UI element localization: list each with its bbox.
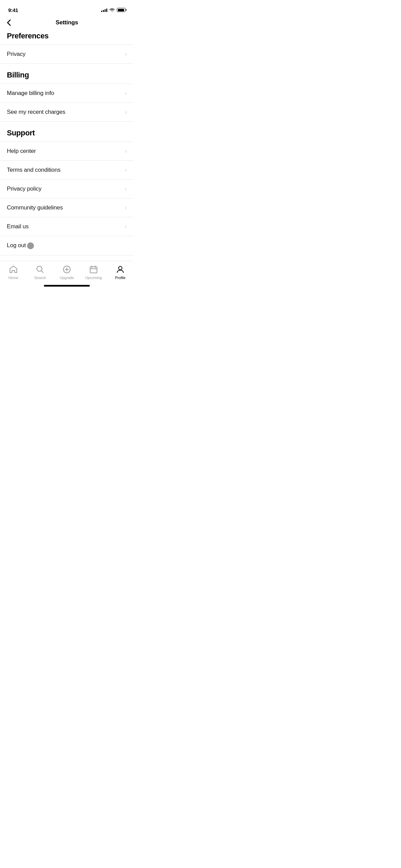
chevron-right-icon: ›	[125, 204, 127, 211]
tab-upgrade[interactable]: Upgrade	[57, 265, 77, 280]
tab-upcoming[interactable]: Upcoming	[83, 265, 104, 280]
list-item-privacy-policy[interactable]: Privacy policy ›	[0, 179, 134, 198]
tab-label-upgrade: Upgrade	[60, 276, 74, 280]
status-time: 9:41	[8, 7, 18, 13]
tab-label-upcoming: Upcoming	[85, 276, 102, 280]
back-arrow-icon	[7, 19, 11, 26]
chevron-right-icon: ›	[125, 51, 127, 58]
status-icons	[101, 8, 125, 12]
chevron-right-icon: ›	[125, 223, 127, 230]
list-item-log-out[interactable]: Log out	[0, 236, 134, 255]
search-icon	[35, 265, 45, 274]
list-item-email-us[interactable]: Email us ›	[0, 217, 134, 236]
svg-point-8	[119, 266, 122, 270]
tab-profile[interactable]: Profile	[110, 265, 131, 280]
chevron-right-icon: ›	[125, 185, 127, 192]
list-item-label-email-us: Email us	[7, 223, 29, 230]
svg-rect-4	[90, 267, 97, 273]
signal-icon	[101, 8, 107, 12]
tab-label-profile: Profile	[115, 276, 125, 280]
tab-label-home: Home	[9, 276, 19, 280]
list-item-label-log-out: Log out	[7, 242, 34, 249]
section-support: Support Help center › Terms and conditio…	[0, 122, 134, 255]
list-item-label-recent-charges: See my recent charges	[7, 109, 65, 116]
list-item-recent-charges[interactable]: See my recent charges ›	[0, 103, 134, 122]
list-item-label-community-guidelines: Community guidelines	[7, 204, 63, 211]
upgrade-icon	[62, 265, 72, 274]
section-header-preferences: Preferences	[0, 30, 134, 45]
tab-home[interactable]: Home	[3, 265, 24, 280]
calendar-icon	[89, 265, 98, 274]
logout-dot-indicator	[27, 242, 34, 249]
version-text: version 9.4.0 (9)	[0, 255, 134, 261]
list-item-help-center[interactable]: Help center ›	[0, 142, 134, 160]
list-item-terms[interactable]: Terms and conditions ›	[0, 160, 134, 179]
back-button[interactable]	[7, 19, 11, 26]
home-indicator	[44, 285, 90, 287]
list-item-privacy[interactable]: Privacy ›	[0, 45, 134, 64]
chevron-right-icon: ›	[125, 90, 127, 97]
chevron-right-icon: ›	[125, 109, 127, 116]
nav-header: Settings	[0, 15, 134, 30]
list-item-label-terms: Terms and conditions	[7, 167, 61, 173]
tab-label-search: Search	[34, 276, 46, 280]
profile-icon	[116, 265, 125, 274]
tab-search[interactable]: Search	[30, 265, 50, 280]
status-bar: 9:41	[0, 0, 134, 15]
list-item-community-guidelines[interactable]: Community guidelines ›	[0, 198, 134, 217]
list-item-label-help-center: Help center	[7, 148, 36, 155]
chevron-right-icon: ›	[125, 148, 127, 155]
settings-content: Preferences Privacy › Billing Manage bil…	[0, 30, 134, 261]
list-item-label-privacy-policy: Privacy policy	[7, 185, 41, 192]
page-title: Settings	[56, 19, 78, 26]
list-item-label-privacy: Privacy	[7, 51, 25, 58]
section-header-billing: Billing	[0, 64, 134, 84]
list-item-manage-billing[interactable]: Manage billing info ›	[0, 84, 134, 103]
list-item-label-manage-billing: Manage billing info	[7, 90, 54, 97]
section-preferences: Preferences Privacy ›	[0, 30, 134, 64]
section-billing: Billing Manage billing info › See my rec…	[0, 64, 134, 122]
chevron-right-icon: ›	[125, 167, 127, 173]
wifi-icon	[109, 8, 115, 12]
home-icon	[9, 265, 18, 274]
battery-icon	[117, 8, 125, 12]
section-header-support: Support	[0, 122, 134, 142]
